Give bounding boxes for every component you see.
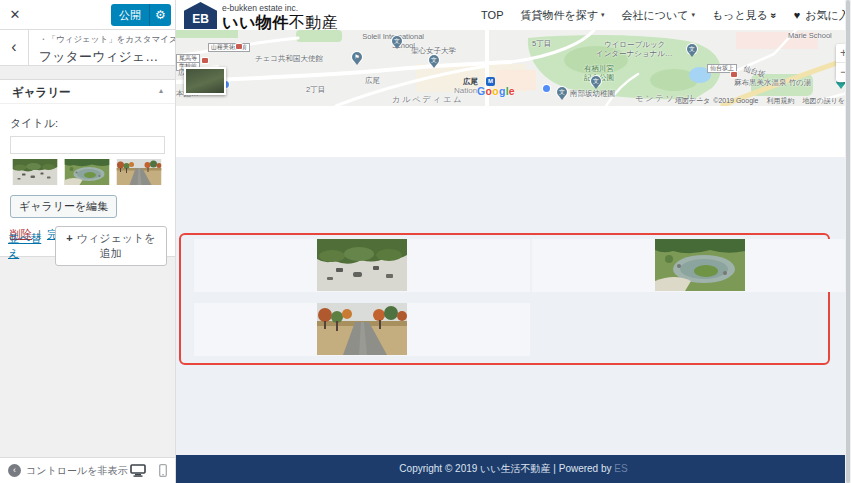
map-terms-link[interactable]: 利用規約 (767, 97, 795, 104)
map-copyright: 地図データ©2019 Google利用規約地図の誤りを報告 (667, 96, 851, 106)
site-footer: Copyright © 2019 いい生活不動産 | Powered by ES (176, 455, 851, 483)
map-label: Marie School (788, 32, 832, 40)
desktop-icon[interactable] (130, 464, 146, 477)
map-label: 2丁目 (306, 86, 325, 94)
bus-stop-icon (202, 58, 208, 63)
map-label: Nation (454, 87, 477, 95)
gallery-image-pond-garden[interactable] (655, 239, 745, 291)
bus-stop-icon (236, 44, 242, 49)
title-field-label: タイトル: (10, 116, 165, 131)
gallery-item (194, 239, 530, 292)
school-marker-icon[interactable]: 文 (392, 36, 402, 46)
nav-rentals[interactable]: 賃貸物件を探す▾ (521, 8, 605, 23)
gallery-image-autumn-road[interactable] (317, 303, 407, 355)
google-logo: Google (477, 85, 515, 97)
site-preview: EB e-bukken estate inc. いい物件不動産 TOP 賃貸物件… (176, 0, 851, 483)
supermarket-marker-icon[interactable] (543, 85, 550, 92)
customizer-footer: ‹ コントロールを非表示 (0, 457, 175, 483)
map-label-busstop: 山種美術館前 (208, 43, 250, 52)
device-preview-icons (130, 464, 167, 477)
close-icon[interactable]: ✕ (0, 0, 30, 29)
map-label-park: 有栖川宮 (584, 65, 614, 73)
map-report-link[interactable]: 地図の誤りを報告 (803, 97, 851, 104)
add-widget-button[interactable]: +ウィジェットを追加 (55, 226, 167, 266)
hide-controls-button[interactable]: ‹ コントロールを非表示 (8, 464, 127, 478)
gallery-image-rock-garden[interactable] (317, 239, 407, 291)
hide-controls-label: コントロールを非表示 (26, 464, 127, 478)
thumbnail-autumn-road[interactable] (114, 159, 164, 185)
double-chevron-down-icon: » (768, 12, 779, 18)
nav-more[interactable]: もっと見る» (712, 8, 777, 23)
gear-icon[interactable]: ⚙ (149, 4, 171, 26)
preview-scrollbar (845, 0, 851, 483)
chevron-down-icon: ▾ (601, 11, 605, 19)
map-label: インターナショナル… (596, 50, 672, 58)
map-label: 聖心女子大学 (411, 47, 456, 55)
screen: ✕ 公開 ⚙ ‹ ・「ウィジェット」をカスタマイズ中 フッターウィジェット… ギ… (0, 0, 851, 483)
customizing-label: ・「ウィジェット」をカスタマイズ中 (39, 34, 167, 46)
nav-top[interactable]: TOP (481, 9, 503, 21)
map-data-label: 地図データ (675, 97, 710, 104)
reorder-link[interactable]: 並べ替え (8, 231, 46, 261)
school-marker-icon[interactable]: 文 (429, 55, 439, 65)
heart-icon: ♥ (794, 9, 801, 21)
nav-about[interactable]: 会社について▾ (622, 8, 696, 23)
thumbnail-pond-garden[interactable] (62, 159, 112, 185)
company-jp-rest: 不動産 (289, 14, 339, 31)
collapse-arrow-icon: ‹ (8, 464, 21, 477)
bus-stop-icon (731, 72, 737, 77)
map-label: Soleil International (328, 33, 424, 41)
content-spacer (176, 106, 851, 157)
section-header: ‹ ・「ウィジェット」をカスタマイズ中 フッターウィジェット… (0, 30, 175, 66)
publish-group: 公開 ⚙ (111, 4, 171, 26)
school-marker-icon[interactable]: 文 (687, 44, 697, 54)
google-map[interactable]: Soleil International School チェコ共和国大使館 聖心… (176, 30, 851, 106)
customizer-sidebar: ✕ 公開 ⚙ ‹ ・「ウィジェット」をカスタマイズ中 フッターウィジェット… ギ… (0, 0, 176, 483)
gallery-item (532, 239, 851, 292)
map-label-station: 広尾 (463, 78, 478, 86)
map-label: 広尾 (365, 77, 380, 85)
collapse-icon[interactable]: ▴ (159, 86, 163, 95)
publish-button[interactable]: 公開 (111, 4, 149, 26)
mobile-icon[interactable] (159, 464, 167, 477)
plus-icon: + (66, 232, 72, 244)
map-owner-label: ©2019 Google (713, 97, 758, 104)
footer-copyright: Copyright © 2019 いい生活不動産 | Powered by ES (399, 462, 627, 476)
logo-monogram: EB (184, 12, 217, 26)
powered-by-link[interactable]: ES (614, 463, 627, 474)
section-title: フッターウィジェット… (39, 48, 167, 65)
school-marker-icon[interactable]: 文 (557, 87, 567, 97)
main-navigation: TOP 賃貸物件を探す▾ 会社について▾ もっと見る» ♥お気に入り (481, 0, 851, 30)
company-name-en: e-bukken estate inc. (222, 3, 338, 13)
embassy-marker-icon[interactable]: ⚑ (352, 52, 362, 62)
back-chevron-icon[interactable]: ‹ (0, 30, 29, 65)
scrollbar-thumb[interactable] (846, 0, 850, 483)
section-titles: ・「ウィジェット」をカスタマイズ中 フッターウィジェット… (29, 30, 175, 65)
page-body (176, 157, 851, 455)
edit-gallery-button[interactable]: ギャラリーを編集 (10, 195, 117, 218)
gallery-item (194, 303, 530, 356)
map-label: チェコ共和国大使館 (255, 55, 323, 63)
nav-favorites[interactable]: ♥お気に入り (794, 8, 851, 23)
widget-actions: 並べ替え +ウィジェットを追加 (0, 230, 175, 262)
gallery-thumbnails (10, 159, 165, 185)
company-jp-bold: いい物件 (222, 14, 289, 31)
gallery-widget-header[interactable]: ギャラリー ▴ (0, 80, 175, 104)
chevron-down-icon: ▾ (692, 11, 696, 19)
school-marker-icon[interactable]: 文 (591, 76, 601, 86)
thumbnail-rock-garden[interactable] (10, 159, 60, 185)
map-label: 5丁目 (532, 40, 551, 48)
map-label: カルペディエム (392, 96, 463, 104)
footer-widget-highlight-outline (179, 233, 830, 365)
map-label: 麻布黒美水温泉 竹の湯 (734, 79, 811, 87)
map-label: ウイローブルック (604, 41, 665, 49)
site-header: EB e-bukken estate inc. いい物件不動産 TOP 賃貸物件… (176, 0, 851, 30)
title-input[interactable] (10, 136, 165, 154)
site-logo[interactable]: EB (184, 2, 217, 29)
street-view-thumbnail[interactable] (184, 67, 226, 95)
customizer-header: ✕ 公開 ⚙ (0, 0, 175, 30)
add-widget-label: ウィジェットを追加 (77, 232, 156, 259)
widget-title: ギャラリー (12, 85, 71, 100)
